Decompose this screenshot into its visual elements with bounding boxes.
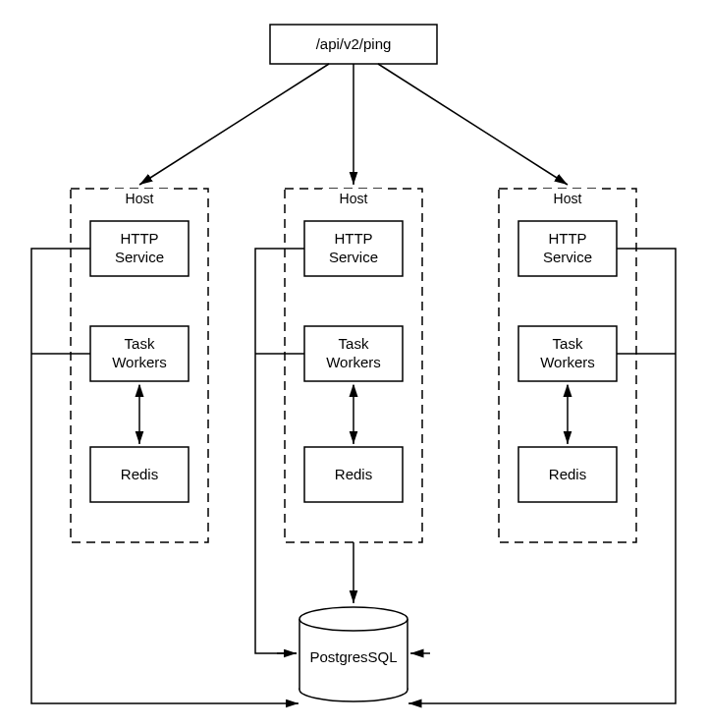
line-http1-to-db [255, 249, 304, 653]
database-cylinder: PostgresSQL [299, 607, 408, 701]
arrow-entry-host-0 [139, 64, 329, 185]
host-label-2: Host [554, 191, 582, 206]
host-container-0: Host HTTP Service Task Workers Redis [71, 189, 208, 542]
http-line1-2: HTTP [548, 230, 586, 247]
task-line1-0: Task [125, 335, 155, 352]
host-container-1: Host HTTP Service Task Workers Redis [285, 189, 422, 542]
task-line2-0: Workers [112, 354, 167, 370]
entry-box: /api/v2/ping [270, 25, 437, 64]
redis-label-1: Redis [335, 466, 372, 482]
task-line1-2: Task [553, 335, 583, 352]
host-label-0: Host [126, 191, 154, 206]
task-line1-1: Task [339, 335, 369, 352]
entry-label: /api/v2/ping [316, 35, 392, 52]
task-line2-2: Workers [540, 354, 595, 370]
http-line2-2: Service [543, 249, 592, 265]
http-line1-1: HTTP [334, 230, 372, 247]
host-container-2: Host HTTP Service Task Workers Redis [499, 189, 636, 542]
svg-point-11 [299, 607, 408, 631]
http-line1-0: HTTP [120, 230, 158, 247]
http-line2-1: Service [329, 249, 378, 265]
host-label-1: Host [340, 191, 368, 206]
task-line2-1: Workers [326, 354, 381, 370]
http-line2-0: Service [115, 249, 164, 265]
redis-label-0: Redis [121, 466, 158, 482]
db-label: PostgresSQL [309, 648, 397, 665]
arrow-entry-host-2 [378, 64, 568, 185]
redis-label-2: Redis [549, 466, 586, 482]
architecture-diagram: /api/v2/ping Host HTTP Service Task Work… [0, 0, 707, 728]
